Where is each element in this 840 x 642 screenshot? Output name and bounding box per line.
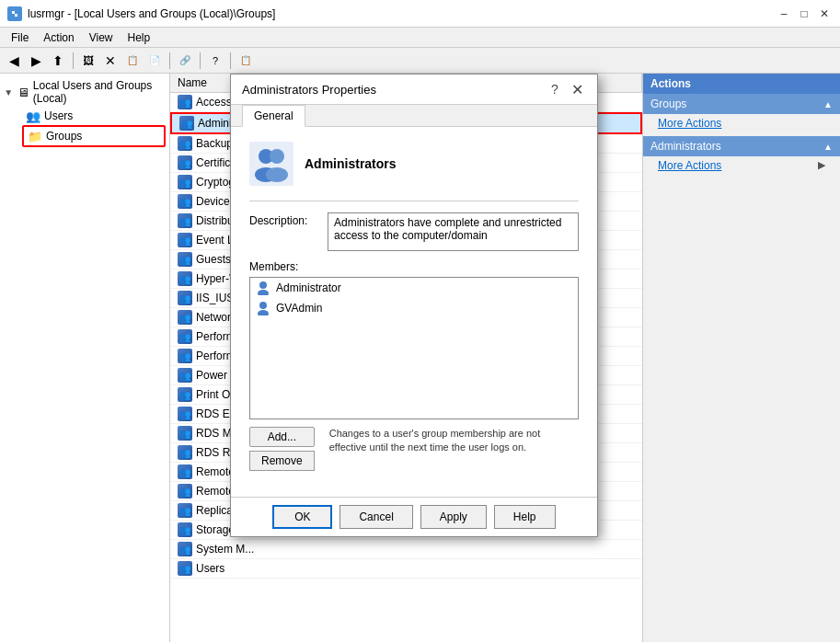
svg-point-8 [259,281,267,289]
apply-button[interactable]: Apply [420,505,487,529]
group-avatar-icon [249,142,293,186]
group-icon [178,155,192,170]
svg-point-9 [258,290,269,295]
dialog-close-button[interactable]: ✕ [568,80,586,98]
toolbar-back[interactable]: ◀ [4,51,24,71]
dialog-title: Administrators Properties [242,83,376,97]
group-icon [178,368,192,383]
toolbar-sep-1 [73,52,74,69]
user-icon-2 [256,301,270,315]
group-icon [178,464,192,479]
member-controls: Add... Remove Changes to a user's group … [249,427,579,471]
menu-view[interactable]: View [82,29,121,46]
dialog-group-name: Administrators [305,156,397,171]
root-label: Local Users and Groups (Local) [33,79,166,105]
chevron-up-icon: ▲ [823,99,833,109]
chevron-up-icon-2: ▲ [823,142,833,152]
group-icon [178,561,192,576]
sidebar-item-groups[interactable]: 📁 Groups [22,125,166,147]
groups-label: Groups [46,130,82,143]
groups-more-actions[interactable]: More Actions [643,114,840,132]
tab-general[interactable]: General [242,105,305,127]
group-icon [178,522,192,537]
toolbar-delete[interactable]: ✕ [100,51,121,71]
user-icon [256,281,270,295]
member-item-administrator[interactable]: Administrator [250,278,578,298]
member-item-gvadmin[interactable]: GVAdmin [250,298,578,318]
actions-section-administrators: Administrators ▲ More Actions ▶ [643,136,840,175]
submenu-arrow-icon: ▶ [818,159,825,171]
cell-name: System M... [170,540,313,558]
members-list[interactable]: Administrator GVAdmin [249,277,579,419]
description-label: Description: [249,212,328,227]
description-field-row: Description: Administrators have complet… [249,212,579,251]
toolbar-link[interactable]: 🔗 [175,51,195,71]
title-bar: lusrmgr - [Local Users and Groups (Local… [0,0,840,28]
toolbar: ◀ ▶ ⬆ 🖼 ✕ 📋 📄 🔗 ? 📋 [0,48,840,74]
group-icon [178,329,192,344]
list-item[interactable]: System M... [170,540,642,559]
group-icon [178,407,192,421]
maximize-button[interactable]: □ [796,6,812,22]
group-icon [178,95,192,109]
toolbar-help[interactable]: ? [205,51,225,71]
tree-root[interactable]: ▼ 🖥 Local Users and Groups (Local) [4,77,166,107]
remove-member-button[interactable]: Remove [249,451,315,471]
title-bar-left: lusrmgr - [Local Users and Groups (Local… [7,6,275,21]
section-admin-title[interactable]: Administrators ▲ [643,136,840,156]
menu-bar: File Action View Help [0,28,840,48]
separator [249,201,579,201]
toolbar-forward[interactable]: ▶ [26,51,46,71]
group-icon [178,542,192,556]
group-icon [178,387,192,402]
app-icon [7,6,22,21]
dialog-help-button[interactable]: ? [546,80,564,98]
toolbar-new[interactable]: 🖼 [78,51,98,71]
dialog-footer: OK Cancel Apply Help [231,497,597,536]
computer-icon: 🖥 [17,85,29,99]
tree-children: 👥 Users 📁 Groups [22,107,166,147]
folder-icon: 📁 [28,129,42,143]
group-icon [178,175,192,189]
cell-desc [313,567,642,570]
list-item[interactable]: Users [170,559,642,579]
toolbar-properties[interactable]: 📋 [122,51,143,71]
add-member-button[interactable]: Add... [249,427,315,447]
group-icon [178,484,192,499]
group-icon [178,252,192,267]
help-button[interactable]: Help [494,505,556,529]
group-icon [178,213,192,228]
ok-button[interactable]: OK [272,505,332,529]
group-icon [178,503,192,518]
menu-help[interactable]: Help [121,29,158,46]
dialog-title-bar: Administrators Properties ? ✕ [231,75,597,105]
close-button[interactable]: ✕ [816,6,833,22]
administrators-properties-dialog: Administrators Properties ? ✕ General A [230,74,598,537]
membership-hint: Changes to a user's group membership are… [322,427,579,455]
svg-point-10 [259,302,267,309]
section-groups-title[interactable]: Groups ▲ [643,94,840,114]
group-icon [178,194,192,209]
admin-more-actions[interactable]: More Actions ▶ [643,156,840,175]
group-icon [179,116,194,131]
toolbar-up[interactable]: ⬆ [48,51,68,71]
cancel-button[interactable]: Cancel [339,505,412,529]
left-panel: ▼ 🖥 Local Users and Groups (Local) 👥 Use… [0,74,170,642]
menu-action[interactable]: Action [36,29,81,46]
group-icon [178,291,192,305]
expand-icon: ▼ [4,87,13,97]
dialog-group-header: Administrators [249,142,579,186]
toolbar-export[interactable]: 📋 [236,51,256,71]
menu-file[interactable]: File [4,29,36,46]
dialog-tabs: General [231,105,597,127]
svg-point-5 [270,149,284,164]
group-icon [178,426,192,441]
group-icon [178,271,192,286]
minimize-button[interactable]: – [776,6,792,22]
svg-point-11 [258,310,269,315]
description-value[interactable]: Administrators have complete and unrestr… [328,212,579,251]
sidebar-item-users[interactable]: 👥 Users [22,107,166,125]
cell-desc [313,547,642,551]
members-label: Members: [249,260,579,273]
toolbar-refresh[interactable]: 📄 [144,51,165,71]
